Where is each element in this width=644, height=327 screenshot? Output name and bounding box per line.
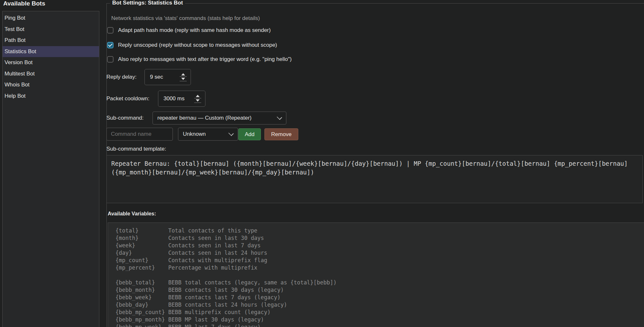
- remove-button[interactable]: Remove: [264, 128, 298, 140]
- checkbox-label: Also reply to messages with text after t…: [118, 56, 292, 63]
- reply-delay-spinbox[interactable]: 9 sec: [144, 69, 191, 85]
- chevron-down-icon: [228, 131, 234, 136]
- add-button[interactable]: Add: [238, 128, 261, 140]
- sidebar-item-path-bot[interactable]: Path Bot: [3, 35, 99, 46]
- spin-down-button[interactable]: [194, 99, 201, 103]
- panel-title: Bot Settings: Statistics Bot: [110, 0, 185, 6]
- sidebar-item-whois-bot[interactable]: Whois Bot: [3, 79, 99, 91]
- bot-description: Network statistics via 'stats' commands …: [111, 15, 260, 22]
- sidebar-item-statistics-bot[interactable]: Statistics Bot: [3, 46, 99, 57]
- sidebar-item-ping-bot[interactable]: Ping Bot: [3, 13, 99, 24]
- checkbox-row-adapt-hash: Adapt path hash mode (reply with same ha…: [107, 27, 271, 34]
- command-name-input[interactable]: [106, 128, 173, 141]
- sub-command-select[interactable]: repeater bernau — Custom (Repeater): [153, 112, 286, 124]
- reply-unscoped-checkbox[interactable]: [107, 42, 114, 48]
- arrow-down-icon: [181, 78, 185, 80]
- sub-command-value: repeater bernau — Custom (Repeater): [157, 115, 277, 121]
- checkbox-label: Reply unscoped (reply without scope to m…: [118, 42, 277, 48]
- command-type-value: Unknown: [183, 131, 229, 137]
- checkbox-row-also-reply: Also reply to messages with text after t…: [107, 56, 292, 63]
- sidebar-item-version-bot[interactable]: Version Bot: [3, 57, 99, 68]
- template-label: Sub-command template:: [106, 146, 166, 152]
- template-textarea[interactable]: Repeater Bernau: {total}[bernau] ({month…: [106, 155, 643, 203]
- arrow-up-icon: [196, 95, 200, 97]
- sidebar-item-help-bot[interactable]: Help Bot: [3, 91, 99, 102]
- reply-delay-value: 9 sec: [150, 74, 180, 80]
- adapt-hash-checkbox[interactable]: [107, 27, 114, 34]
- checkbox-label: Adapt path hash mode (reply with same ha…: [118, 27, 271, 34]
- packet-cooldown-spinbox[interactable]: 3000 ms: [158, 91, 205, 107]
- variables-text: {total} Total contacts of this type {mon…: [115, 227, 644, 327]
- variables-label: Available Variables:: [108, 211, 156, 217]
- spin-up-button[interactable]: [194, 95, 201, 98]
- spin-up-button[interactable]: [180, 73, 187, 77]
- chevron-down-icon: [277, 114, 282, 120]
- spin-arrows: [194, 95, 201, 103]
- spin-arrows: [180, 73, 187, 81]
- check-icon: [108, 43, 112, 47]
- sidebar-title: Available Bots: [3, 0, 45, 7]
- sidebar-item-multitest-bot[interactable]: Multitest Bot: [3, 68, 99, 80]
- spin-down-button[interactable]: [180, 78, 187, 81]
- arrow-up-icon: [181, 73, 185, 75]
- command-type-select[interactable]: Unknown: [178, 128, 238, 141]
- packet-cooldown-label: Packet cooldown:: [106, 95, 149, 102]
- variables-box[interactable]: {total} Total contacts of this type {mon…: [108, 223, 644, 327]
- reply-delay-label: Reply delay:: [106, 74, 137, 80]
- checkbox-row-reply-unscoped: Reply unscoped (reply without scope to m…: [107, 42, 277, 49]
- sidebar-item-test-bot[interactable]: Test Bot: [3, 24, 99, 35]
- bot-list: Ping BotTest BotPath BotStatistics BotVe…: [2, 11, 99, 327]
- sub-command-label: Sub-command:: [106, 115, 144, 121]
- packet-cooldown-value: 3000 ms: [163, 95, 194, 102]
- also-reply-checkbox[interactable]: [107, 56, 114, 63]
- arrow-down-icon: [196, 99, 200, 102]
